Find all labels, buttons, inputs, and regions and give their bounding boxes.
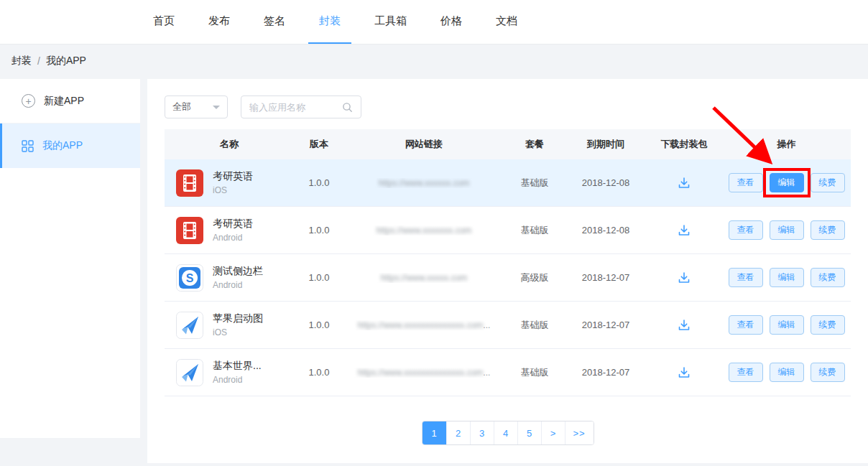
page-button-5[interactable]: 5 [517, 421, 541, 444]
breadcrumb: 封装 / 我的APP [0, 45, 868, 78]
page-button-2[interactable]: 2 [446, 421, 470, 444]
app-plan: 基础版 [504, 319, 565, 332]
table-row: 苹果启动图 iOS 1.0.0 https://www.xxxxxxxxxxxx… [165, 302, 851, 349]
app-name: 基本世界... [213, 360, 262, 373]
annotation-highlight-box: 编辑 [770, 173, 804, 192]
download-package-button[interactable] [674, 173, 694, 193]
edit-button[interactable]: 编辑 [770, 220, 804, 240]
nav-item-docs[interactable]: 文档 [485, 0, 528, 44]
toolbar: 全部 [165, 95, 851, 118]
renew-button[interactable]: 续费 [811, 315, 845, 335]
sidebar-item-label: 我的APP [42, 139, 83, 152]
app-plan: 基础版 [504, 366, 565, 379]
app-url-blurred: https://www.xxxxxxx.com [377, 225, 472, 236]
page-button-1[interactable]: 1 [423, 421, 446, 444]
renew-button[interactable]: 续费 [811, 363, 845, 382]
renew-button[interactable]: 续费 [811, 173, 845, 192]
app-platform: Android [213, 375, 262, 385]
download-package-button[interactable] [674, 363, 694, 383]
edit-button[interactable]: 编辑 [770, 315, 804, 335]
edit-button[interactable]: 编辑 [770, 268, 804, 287]
sidebar-item-label: 新建APP [44, 95, 84, 108]
svg-text:S: S [186, 272, 194, 284]
edit-button[interactable]: 编辑 [770, 173, 804, 192]
view-button[interactable]: 查看 [729, 173, 763, 192]
nav-item-toolbox[interactable]: 工具箱 [364, 0, 417, 44]
grid-icon [22, 140, 34, 152]
app-expires: 2018-12-08 [565, 177, 646, 188]
nav-item-signature[interactable]: 签名 [253, 0, 296, 44]
table-row: 考研英语 iOS 1.0.0 https://www.xxxxxx.com 基础… [165, 159, 851, 207]
app-name: 苹果启动图 [213, 312, 263, 325]
page-button-3[interactable]: 3 [470, 421, 494, 444]
edit-button[interactable]: 编辑 [770, 363, 804, 382]
col-header-actions: 操作 [722, 138, 851, 151]
app-url-blurred: https://www.xxxxxx.com [379, 178, 470, 188]
plus-circle-icon: + [22, 94, 35, 108]
search-icon[interactable] [342, 102, 353, 113]
app-name: 测试侧边栏 [213, 265, 263, 278]
filter-select-value: 全部 [172, 101, 191, 113]
page-button-4[interactable]: 4 [494, 421, 517, 444]
col-header-download: 下载封装包 [646, 138, 722, 151]
download-icon [677, 365, 691, 380]
app-icon-paper-plane [176, 312, 203, 339]
app-url-blurred: https://www.xxxxxxxxxxxxxx.com [358, 368, 484, 378]
table-row: S 测试侧边栏 Android 1.0.0 https://www.xxxxx.… [165, 254, 851, 302]
search-input[interactable] [249, 102, 336, 113]
download-icon [677, 271, 691, 285]
renew-button[interactable]: 续费 [811, 220, 845, 240]
app-expires: 2018-12-07 [565, 367, 646, 378]
app-expires: 2018-12-08 [565, 225, 646, 236]
download-icon [677, 223, 691, 238]
col-header-expires: 到期时间 [565, 138, 646, 151]
download-icon [677, 318, 691, 332]
col-header-version: 版本 [294, 138, 344, 151]
col-header-url: 网站链接 [344, 138, 504, 151]
app-icon-film [176, 217, 203, 244]
app-platform: iOS [213, 185, 253, 195]
top-navigation: 首页 发布 签名 封装 工具箱 价格 文档 [0, 0, 868, 45]
chevron-down-icon [213, 106, 220, 113]
app-url-suffix: ... [483, 368, 490, 378]
nav-item-price[interactable]: 价格 [430, 0, 473, 44]
app-name: 考研英语 [213, 170, 253, 183]
app-plan: 基础版 [504, 177, 565, 190]
nav-item-publish[interactable]: 发布 [198, 0, 241, 44]
search-box [241, 95, 361, 118]
sidebar-item-new-app[interactable]: + 新建APP [0, 79, 140, 124]
view-button[interactable]: 查看 [729, 363, 763, 382]
sidebar-item-my-app[interactable]: 我的APP [0, 124, 140, 168]
app-url-blurred: https://www.xxxxxxxxxxxxxx.com [358, 320, 484, 330]
download-package-button[interactable] [674, 220, 694, 241]
view-button[interactable]: 查看 [729, 268, 763, 287]
app-expires: 2018-12-07 [565, 320, 646, 330]
renew-button[interactable]: 续费 [811, 268, 845, 287]
app-icon-film [176, 169, 203, 197]
app-platform: iOS [213, 327, 263, 337]
nav-item-package[interactable]: 封装 [308, 0, 351, 44]
col-header-name: 名称 [165, 138, 294, 151]
breadcrumb-current-page: 我的APP [46, 55, 86, 67]
last-page-button[interactable]: >> [565, 421, 594, 444]
view-button[interactable]: 查看 [729, 220, 763, 240]
view-button[interactable]: 查看 [729, 315, 763, 335]
table-row: 基本世界... Android 1.0.0 https://www.xxxxxx… [165, 349, 851, 396]
app-version: 1.0.0 [294, 272, 344, 283]
breadcrumb-section[interactable]: 封装 [11, 55, 32, 67]
download-package-button[interactable] [674, 315, 694, 335]
download-package-button[interactable] [674, 268, 694, 288]
download-icon [677, 176, 691, 190]
pagination: 1 2 3 4 5 > >> [422, 421, 594, 445]
breadcrumb-separator: / [37, 55, 40, 67]
app-table: 名称 版本 网站链接 套餐 到期时间 下载封装包 操作 [165, 129, 851, 396]
sidebar: + 新建APP 我的APP [0, 79, 140, 438]
nav-item-home[interactable]: 首页 [142, 0, 185, 44]
filter-select[interactable]: 全部 [165, 95, 228, 118]
col-header-plan: 套餐 [504, 138, 565, 151]
app-plan: 高级版 [504, 271, 565, 284]
table-row: 考研英语 Android 1.0.0 https://www.xxxxxxx.c… [165, 207, 851, 254]
next-page-button[interactable]: > [541, 421, 565, 444]
main-panel: 全部 名称 版本 网站链接 套餐 到期时间 下载封装包 操作 [147, 79, 868, 463]
app-icon-paper-plane [176, 359, 203, 386]
